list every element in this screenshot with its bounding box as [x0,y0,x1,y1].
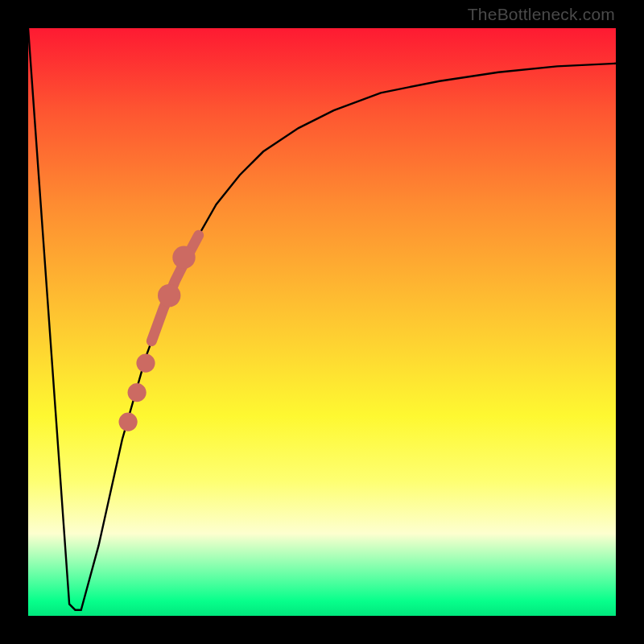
chart-frame: TheBottleneck.com [0,0,644,644]
highlight-dot [172,246,195,269]
highlight-dot [158,284,180,307]
highlight-dot [136,354,155,373]
attribution-text: TheBottleneck.com [468,5,615,24]
highlight-dot [128,383,147,402]
curve-layer [28,28,616,616]
highlight-dot [119,413,138,431]
bottleneck-curve [28,28,616,610]
plot-area [28,28,616,616]
